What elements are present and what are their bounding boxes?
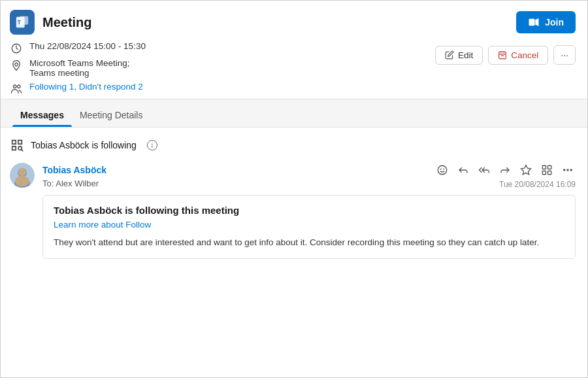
info-icon[interactable]: i [147,140,157,150]
header: T Meeting Join [1,1,587,41]
more-icon: ··· [561,50,568,60]
location-text: Microsoft Teams Meeting;Teams meeting [29,58,130,78]
cancel-button[interactable]: Cancel [488,46,548,65]
learn-more-link[interactable]: Learn more about Follow [54,220,564,230]
svg-marker-4 [535,18,538,26]
svg-rect-25 [548,165,551,169]
header-left: T Meeting [10,10,92,35]
timestamp: Tue 20/08/2024 16:09 [499,180,576,189]
join-button[interactable]: Join [516,11,576,33]
follow-icon [10,138,24,152]
avatar [10,163,35,188]
more-options-button[interactable]: ··· [553,45,576,65]
svg-point-19 [15,176,29,186]
edit-button[interactable]: Edit [435,46,483,65]
reply-button[interactable] [455,163,471,177]
svg-point-20 [438,165,447,175]
content-area: Tobias Asböck is following i Tobias Asbö… [1,128,587,269]
clock-icon [10,43,23,54]
svg-rect-3 [529,19,535,26]
svg-point-18 [18,168,26,176]
message-content: Tobias Asböck [42,163,576,259]
message-card: Tobias Asböck is following this meeting … [42,195,576,259]
more-message-button[interactable] [560,163,576,177]
message-row: Tobias Asböck [10,163,576,259]
tag-button[interactable] [518,163,534,177]
svg-rect-26 [542,171,546,175]
to-timestamp-row: To: Alex Wilber Tue 20/08/2024 16:09 [42,179,576,190]
app-icon: T [10,10,35,35]
message-header: Tobias Asböck [42,163,576,177]
svg-rect-27 [548,171,551,175]
meeting-title: Meeting [42,15,92,30]
datetime-text: Thu 22/08/2024 15:00 - 15:30 [29,41,146,51]
apps-button[interactable] [539,163,555,177]
location-icon [10,60,23,71]
svg-point-30 [570,169,572,171]
tabs-bar: Messages Meeting Details [1,99,587,128]
people-icon [10,83,23,95]
svg-line-14 [22,150,23,151]
svg-point-29 [567,169,568,171]
attendees-link[interactable]: Following 1, Didn't respond 2 [29,82,143,92]
svg-marker-23 [521,165,531,175]
following-notice-text: Tobias Asböck is following [31,140,137,150]
svg-rect-24 [542,165,546,169]
tab-messages[interactable]: Messages [12,103,72,127]
svg-text:T: T [18,20,21,26]
svg-rect-1 [20,16,28,25]
svg-point-7 [14,85,17,88]
emoji-reaction-button[interactable] [434,163,450,177]
card-body: They won't attend but are interested and… [54,236,564,249]
svg-point-6 [15,63,18,66]
attendees-row: Following 1, Didn't respond 2 [10,82,576,95]
message-actions [434,163,576,177]
svg-point-28 [564,169,565,171]
sender-name[interactable]: Tobias Asböck [42,165,106,175]
svg-point-8 [18,85,21,88]
following-notice: Tobias Asböck is following i [10,138,576,152]
to-line: To: Alex Wilber [42,179,99,188]
forward-button[interactable] [497,163,513,177]
action-row: Edit Cancel ··· [435,45,576,65]
card-title: Tobias Asböck is following this meeting [54,205,564,216]
reply-all-button[interactable] [476,163,492,177]
tab-meeting-details[interactable]: Meeting Details [72,103,151,127]
